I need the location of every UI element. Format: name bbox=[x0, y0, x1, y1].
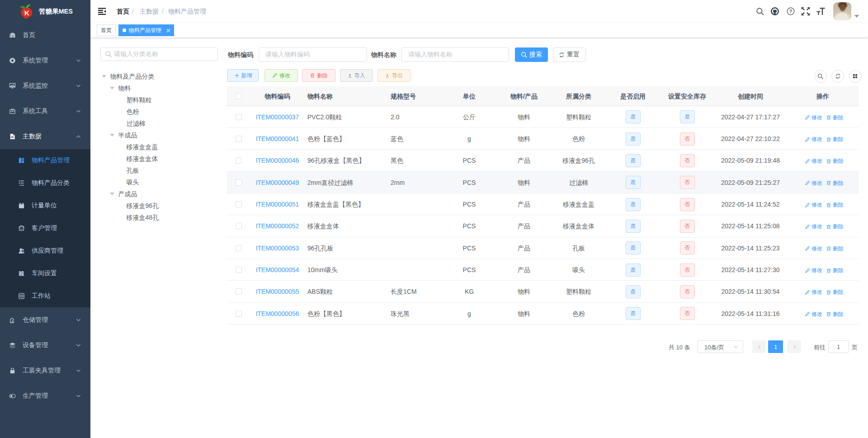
svg-text:?: ? bbox=[789, 9, 792, 14]
svg-text:K: K bbox=[24, 9, 29, 17]
